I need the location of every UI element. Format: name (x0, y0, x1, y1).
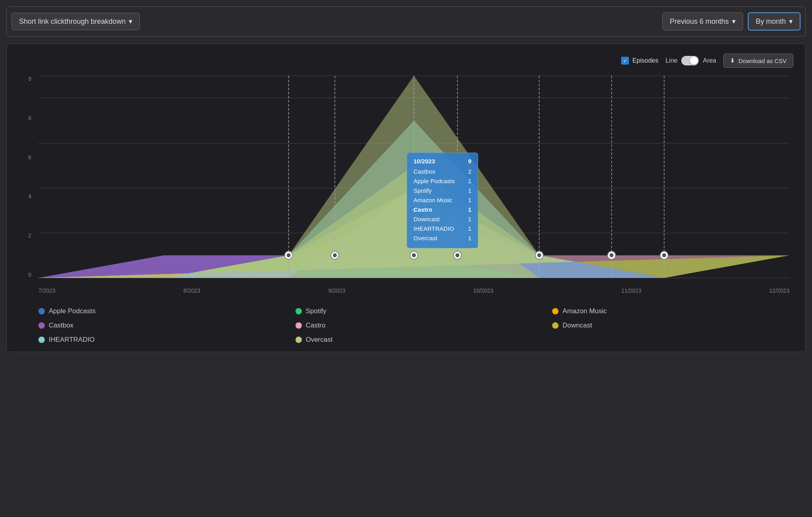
y-label-6: 6 (28, 154, 31, 161)
legend-castbox: Castbox (38, 322, 280, 329)
tooltip-value-downcast: 1 (468, 214, 471, 224)
x-label-11: 11/2023 (621, 287, 642, 294)
tooltip-label-apple: Apple Podcasts (414, 176, 455, 186)
tooltip-value-castro: 1 (468, 205, 471, 214)
tooltip-row-castro: Castro 1 (414, 205, 471, 214)
tooltip-value-spotify: 1 (468, 186, 471, 195)
episodes-label: Episodes (632, 57, 658, 64)
episode-dot-inner-4 (456, 253, 459, 257)
group-by-chevron: ▾ (789, 17, 793, 26)
legend-apple-podcasts: Apple Podcasts (38, 307, 280, 315)
legend-label-downcast: Downcast (562, 322, 592, 329)
legend-label-apple: Apple Podcasts (49, 307, 95, 315)
tooltip-label-castbox: Castbox (414, 167, 435, 176)
tooltip-row-downcast: Downcast 1 (414, 214, 471, 224)
area-label: Area (703, 57, 716, 64)
legend-dot-iheart (38, 337, 45, 343)
legend-dot-castro (295, 322, 302, 329)
time-range-label: Previous 6 months (670, 17, 729, 26)
tooltip-row-overcast: Overcast 1 (414, 234, 471, 243)
tooltip-value-iheart: 1 (468, 224, 471, 234)
x-axis: 7/2023 8/2023 9/2023 10/2023 11/2023 12/… (38, 287, 789, 294)
download-label: Download as CSV (738, 57, 787, 64)
tooltip-row-amazon: Amazon Music 1 (414, 195, 471, 205)
top-bar: Short link clickthrough breakdown ▾ Prev… (6, 6, 806, 36)
x-label-9: 9/2023 (328, 287, 345, 294)
y-label-4: 4 (28, 193, 31, 199)
top-right-controls: Previous 6 months ▾ By month ▾ (662, 12, 801, 31)
tooltip-row-spotify: Spotify 1 (414, 186, 471, 195)
legend-dot-downcast (552, 322, 558, 329)
legend-overcast: Overcast (295, 336, 537, 344)
tooltip-label-amazon: Amazon Music (414, 195, 452, 205)
legend-label-overcast: Overcast (306, 336, 333, 344)
tooltip-value-castbox: 2 (468, 167, 471, 176)
tooltip-label-downcast: Downcast (414, 214, 440, 224)
chart-legend: Apple Podcasts Spotify Amazon Music Cast… (19, 307, 793, 344)
tooltip-row-iheart: IHEARTRADIO 1 (414, 224, 471, 234)
y-label-0: 0 (28, 272, 31, 278)
time-range-dropdown[interactable]: Previous 6 months ▾ (662, 12, 743, 31)
tooltip-value-apple: 1 (468, 176, 471, 186)
view-toggle: Line Area (665, 56, 716, 65)
y-axis: 9 8 6 4 2 0 (19, 76, 34, 278)
chart-controls: ✓ Episodes Line Area ⬇ Download as CSV (621, 54, 793, 68)
legend-castro: Castro (295, 322, 537, 329)
x-label-12: 12/2023 (769, 287, 789, 294)
legend-iheartradio: IHEARTRADIO (38, 336, 280, 344)
legend-amazon-music: Amazon Music (552, 307, 793, 315)
chart-area: 9 8 6 4 2 0 (19, 76, 793, 298)
chart-type-dropdown[interactable]: Short link clickthrough breakdown ▾ (11, 13, 140, 30)
legend-label-iheart: IHEARTRADIO (49, 336, 95, 344)
tooltip-row-castbox: Castbox 2 (414, 167, 471, 176)
legend-dot-overcast (295, 337, 302, 343)
episodes-checkbox[interactable]: ✓ (621, 57, 629, 65)
x-label-7: 7/2023 (38, 287, 55, 294)
group-by-label: By month (756, 17, 786, 26)
episode-dot-inner-6 (610, 253, 614, 257)
y-label-9: 9 (28, 76, 31, 82)
episodes-toggle: ✓ Episodes (621, 57, 658, 65)
legend-dot-amazon (552, 308, 558, 314)
tooltip-label-overcast: Overcast (414, 234, 437, 243)
legend-label-castro: Castro (306, 322, 326, 329)
tooltip-row-apple: Apple Podcasts 1 (414, 176, 471, 186)
legend-spotify: Spotify (295, 307, 537, 315)
tooltip-value-amazon: 1 (468, 195, 471, 205)
tooltip-label-castro: Castro (414, 205, 433, 214)
download-icon: ⬇ (730, 57, 735, 64)
legend-dot-castbox (38, 322, 45, 329)
y-label-8: 8 (28, 115, 31, 121)
legend-dot-apple (38, 308, 45, 314)
episode-dot-inner-2 (333, 253, 337, 257)
legend-downcast: Downcast (552, 322, 793, 329)
tooltip-date: 10/2023 (414, 158, 435, 165)
time-range-chevron: ▾ (732, 17, 736, 26)
episode-dot-inner-3 (412, 253, 416, 257)
legend-label-amazon: Amazon Music (562, 307, 606, 315)
legend-label-castbox: Castbox (49, 322, 73, 329)
chart-plot: 10/2023 9 Castbox 2 Apple Podcasts 1 Spo… (38, 76, 789, 278)
episode-dot-inner-5 (537, 253, 541, 257)
tooltip-total: 9 (468, 158, 471, 165)
chart-container: ✓ Episodes Line Area ⬇ Download as CSV 9… (6, 44, 806, 352)
tooltip-value-overcast: 1 (468, 234, 471, 243)
legend-label-spotify: Spotify (306, 307, 326, 315)
legend-dot-spotify (295, 308, 302, 314)
episode-dot-inner-1 (287, 253, 291, 257)
episode-dot-inner-7 (662, 253, 666, 257)
tooltip-label-spotify: Spotify (414, 186, 432, 195)
tooltip-header: 10/2023 9 (414, 158, 471, 165)
tooltip-label-iheart: IHEARTRADIO (414, 224, 454, 234)
line-label: Line (665, 57, 677, 64)
x-label-10: 10/2023 (473, 287, 494, 294)
download-csv-button[interactable]: ⬇ Download as CSV (723, 54, 793, 68)
chart-type-chevron: ▾ (129, 17, 132, 26)
chart-tooltip: 10/2023 9 Castbox 2 Apple Podcasts 1 Spo… (407, 153, 478, 248)
x-label-8: 8/2023 (183, 287, 200, 294)
chart-type-label: Short link clickthrough breakdown (19, 17, 126, 26)
group-by-dropdown[interactable]: By month ▾ (748, 12, 801, 31)
line-area-toggle[interactable] (681, 56, 699, 65)
chart-header: ✓ Episodes Line Area ⬇ Download as CSV (19, 54, 793, 68)
y-label-2: 2 (28, 232, 31, 239)
